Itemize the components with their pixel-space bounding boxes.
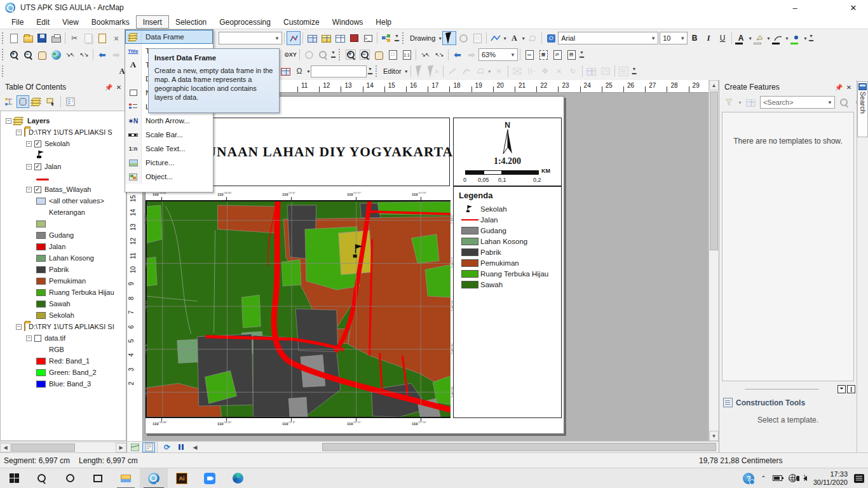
layout-back-extent[interactable]: ⬅ bbox=[451, 48, 465, 62]
scroll-up-icon[interactable]: ▲ bbox=[709, 80, 719, 90]
cortana-icon[interactable] bbox=[56, 468, 84, 488]
arcmap-taskbar-icon[interactable] bbox=[140, 468, 168, 488]
toc-item-batas-wilayah[interactable]: −✓Batas_Wilayah bbox=[1, 184, 126, 195]
toolbar-grip[interactable] bbox=[2, 49, 5, 60]
menu-selection[interactable]: Selection bbox=[169, 15, 213, 29]
menu-bookmarks[interactable]: Bookmarks bbox=[85, 15, 136, 29]
list-by-visibility-button[interactable] bbox=[31, 95, 43, 108]
search-icon[interactable] bbox=[837, 95, 851, 109]
map-data-frame[interactable] bbox=[146, 200, 451, 418]
toc-item--all-other-values-[interactable]: <all other values> bbox=[1, 195, 126, 207]
rotate-feature-tool[interactable]: ↻ bbox=[566, 64, 580, 78]
line-color-button[interactable] bbox=[771, 31, 785, 45]
menu-customize[interactable]: Customize bbox=[277, 15, 326, 29]
toc-item-sekolah[interactable]: −✓Sekolah bbox=[1, 138, 126, 149]
print-button[interactable] bbox=[49, 31, 63, 45]
close-button[interactable]: ✕ bbox=[839, 0, 868, 15]
toc-item[interactable] bbox=[1, 218, 126, 229]
pause-drawing-button[interactable] bbox=[175, 442, 187, 452]
editor-attributes-button[interactable] bbox=[585, 64, 599, 78]
menu-geoprocessing[interactable]: Geoprocessing bbox=[213, 15, 277, 29]
menu-help[interactable]: Help bbox=[369, 15, 398, 29]
save-button[interactable] bbox=[35, 31, 49, 45]
layer-checkbox[interactable] bbox=[34, 335, 41, 342]
new-document-button[interactable] bbox=[7, 31, 21, 45]
toc-item-red-band-1[interactable]: Red: Band_1 bbox=[1, 355, 126, 367]
edit-sketch-button[interactable] bbox=[287, 31, 301, 45]
layout-zoom-in-tool[interactable]: + bbox=[344, 48, 358, 62]
go-forward-extent-button[interactable]: ➡ bbox=[109, 48, 123, 62]
toc-item-d-try-1-uts-apliaksi-s[interactable]: −D:\TRY 1\UTS APLIAKSI S bbox=[1, 126, 126, 138]
toolbar-grip[interactable] bbox=[339, 49, 342, 60]
pin-icon[interactable]: 📌 bbox=[834, 82, 844, 92]
list-by-source-button[interactable] bbox=[17, 95, 29, 108]
catalog-button[interactable] bbox=[333, 31, 347, 45]
toolbar-grip[interactable] bbox=[376, 65, 379, 77]
toolbar-grip[interactable] bbox=[2, 65, 5, 77]
close-icon[interactable]: ✕ bbox=[114, 82, 124, 92]
font-family-combo[interactable]: Arial▼ bbox=[558, 32, 658, 44]
zoom-percent-combo[interactable]: 63%▼ bbox=[478, 48, 518, 61]
layout-zoom-out-tool[interactable]: − bbox=[358, 48, 372, 62]
menu-file[interactable]: File bbox=[5, 15, 30, 29]
toc-item-sawah[interactable]: Sawah bbox=[1, 298, 126, 309]
layer-checkbox[interactable]: ✓ bbox=[34, 140, 41, 147]
toc-item-sekolah[interactable]: Sekolah bbox=[1, 309, 126, 321]
map-vertical-scrollbar[interactable]: ▲ ▼ bbox=[709, 80, 719, 441]
toolbar-overflow[interactable]: ▼▬ bbox=[808, 32, 815, 44]
expander-icon[interactable]: − bbox=[6, 118, 11, 124]
expander-icon[interactable]: − bbox=[16, 130, 22, 135]
north-arrow-scale-box[interactable]: N 1:4.200 KM 00,050,10,2 bbox=[453, 118, 562, 186]
toolbox-button[interactable] bbox=[347, 31, 361, 45]
menu-view[interactable]: View bbox=[56, 15, 85, 29]
start-button[interactable] bbox=[0, 468, 28, 488]
focus-data-frame-button[interactable]: ▦ bbox=[536, 48, 550, 62]
menu-insert[interactable]: Insert bbox=[136, 15, 169, 29]
zoom-100-button[interactable]: 1:1 bbox=[400, 48, 414, 62]
template-search-input[interactable]: <Search>▼ bbox=[760, 96, 835, 109]
font-size-combo[interactable]: 10▼ bbox=[660, 32, 688, 44]
data-driven-pages-button[interactable]: ▤ bbox=[564, 48, 578, 62]
map-scale-combo[interactable]: ▼ bbox=[219, 32, 282, 44]
toc-item-jalan[interactable]: −✓Jalan bbox=[1, 161, 126, 172]
model-builder-button[interactable] bbox=[379, 31, 393, 45]
expander-icon[interactable]: − bbox=[16, 324, 22, 330]
time-slider-button[interactable] bbox=[302, 48, 316, 62]
toc-item-keterangan[interactable]: Keterangan bbox=[1, 207, 126, 218]
toolbar-overflow[interactable]: ▼▬ bbox=[631, 65, 638, 77]
expander-icon[interactable]: − bbox=[26, 164, 32, 170]
zoom-to-selected-tool[interactable]: ⛶ bbox=[470, 31, 484, 45]
action-center-icon[interactable] bbox=[854, 474, 864, 483]
layer-checkbox[interactable]: ✓ bbox=[34, 163, 41, 170]
toolbar-overflow[interactable]: ▼▬ bbox=[578, 49, 585, 60]
expander-icon[interactable]: − bbox=[26, 141, 32, 147]
network-icon[interactable] bbox=[789, 474, 797, 482]
template-filter-button[interactable] bbox=[722, 95, 736, 109]
menu-edit[interactable]: Edit bbox=[30, 15, 56, 29]
font-color-button[interactable]: A bbox=[734, 31, 748, 45]
go-back-extent-button[interactable]: ⬅ bbox=[95, 48, 109, 62]
taskbar-search-icon[interactable] bbox=[28, 468, 56, 488]
edit-annotation-tool[interactable]: A bbox=[427, 64, 441, 78]
toolbar-grip[interactable] bbox=[402, 32, 405, 44]
data-view-button[interactable] bbox=[128, 442, 141, 452]
add-data-button[interactable] bbox=[319, 31, 333, 45]
splitter-handle-icon[interactable]: ❙ bbox=[847, 385, 855, 393]
editor-menu[interactable]: Editor bbox=[381, 67, 404, 75]
scroll-down-icon[interactable]: ▼ bbox=[709, 431, 719, 441]
sketch-properties-button[interactable] bbox=[278, 64, 292, 78]
list-by-selection-button[interactable] bbox=[44, 95, 57, 108]
help-notification-icon[interactable]: ? bbox=[743, 473, 754, 484]
copy-icon[interactable] bbox=[81, 31, 95, 45]
close-icon[interactable]: ✕ bbox=[844, 82, 854, 92]
toc-item-pemukiman[interactable]: Pemukiman bbox=[1, 275, 126, 287]
editor-sketch-props-button[interactable] bbox=[599, 64, 613, 78]
python-button[interactable]: >_ bbox=[361, 31, 375, 45]
toolbar-overflow[interactable]: ▼▬ bbox=[367, 65, 374, 77]
toc-item[interactable] bbox=[1, 172, 126, 184]
insert-menu-item-object[interactable]: Object... bbox=[125, 170, 213, 184]
bold-button[interactable]: B bbox=[688, 31, 702, 45]
line-tool[interactable] bbox=[489, 31, 503, 45]
insert-menu-item-picture[interactable]: Picture... bbox=[125, 156, 213, 170]
toc-item-gudang[interactable]: Gudang bbox=[1, 229, 126, 241]
